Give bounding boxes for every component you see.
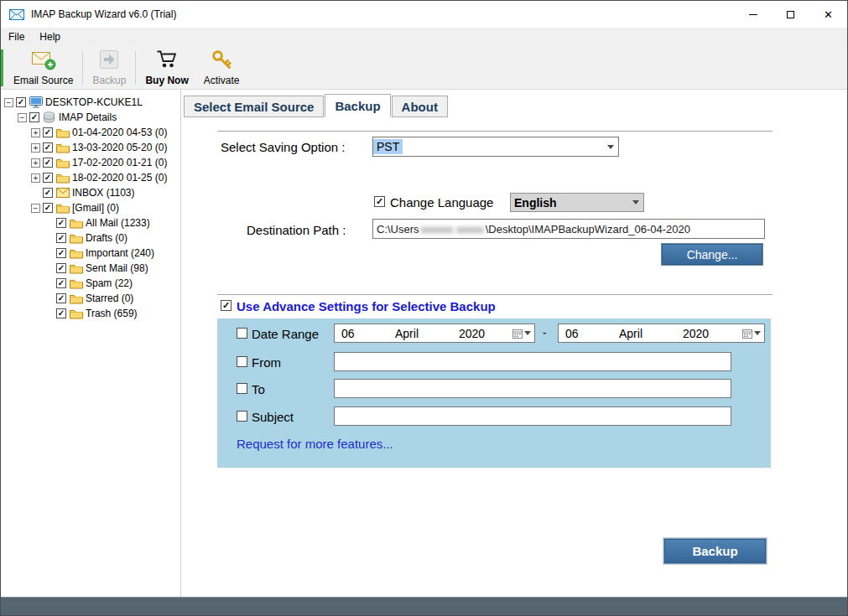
tree-item-label: All Mail (1233) — [86, 217, 150, 229]
date-from-year: 2020 — [459, 327, 485, 340]
toolbar-activate-button[interactable]: Activate — [196, 48, 247, 88]
check-icon: ✓ — [58, 294, 65, 303]
tree-item[interactable]: ✓Sent Mail (98) — [1, 261, 180, 276]
toolbar-backup-button[interactable]: Backup — [85, 48, 133, 88]
close-button[interactable]: ✕ — [809, 1, 847, 28]
check-icon: ✓ — [58, 219, 65, 227]
tree-item-checkbox[interactable]: ✓ — [43, 203, 53, 213]
check-icon: ✓ — [44, 143, 51, 152]
tree-item-label: IMAP Details — [59, 111, 117, 123]
advance-settings-panel: ✓ Date Range 06 April 2020 - 06 April 20… — [217, 318, 771, 468]
tree-item[interactable]: ✓Spam (22) — [1, 276, 180, 291]
toolbar-buy-now-label: Buy Now — [145, 75, 188, 86]
tree-item[interactable]: +✓01-04-2020 04-53 (0) — [1, 125, 180, 140]
check-icon: ✓ — [58, 309, 65, 318]
tree-item-checkbox[interactable]: ✓ — [43, 173, 53, 183]
tree-item-checkbox[interactable]: ✓ — [56, 308, 66, 318]
calendar-dropdown-icon[interactable] — [511, 326, 533, 340]
folder-icon — [69, 278, 83, 289]
toolbar: Email Source Backup Buy Now Activate — [1, 46, 847, 90]
backup-arrow-icon — [98, 49, 120, 73]
from-checkbox[interactable]: ✓ — [237, 356, 247, 367]
from-input[interactable] — [334, 352, 731, 371]
tree-item-label: INBOX (1103) — [72, 187, 134, 199]
key-icon — [211, 49, 232, 73]
tree-item[interactable]: ✓Starred (0) — [1, 291, 180, 306]
date-to-picker[interactable]: 06 April 2020 — [558, 324, 765, 343]
subject-checkbox[interactable]: ✓ — [237, 411, 247, 422]
tab-about[interactable]: About — [392, 96, 448, 117]
tree-item-checkbox[interactable]: ✓ — [43, 142, 53, 153]
tree-item-checkbox[interactable]: ✓ — [16, 97, 26, 107]
date-range-checkbox[interactable]: ✓ — [237, 328, 247, 339]
separator-line — [217, 294, 773, 295]
menu-help[interactable]: Help — [32, 28, 68, 45]
toolbar-email-source-button[interactable]: Email Source — [6, 48, 81, 88]
window-title: IMAP Backup Wizard v6.0 (Trial) — [31, 8, 176, 20]
saving-option-select[interactable]: PST — [372, 137, 619, 157]
tree-item-label: 13-03-2020 05-20 (0) — [72, 142, 167, 153]
tab-backup[interactable]: Backup — [325, 94, 390, 117]
tree-item[interactable]: −✓IMAP Details — [1, 110, 180, 125]
tree-item-checkbox[interactable]: ✓ — [56, 248, 66, 258]
tree-item-checkbox[interactable]: ✓ — [43, 158, 53, 168]
tree-item[interactable]: −✓[Gmail] (0) — [1, 200, 180, 215]
calendar-dropdown-icon[interactable] — [741, 326, 762, 340]
tree-item-checkbox[interactable]: ✓ — [56, 263, 66, 273]
mail-icon — [55, 188, 70, 198]
tree-expander-icon[interactable]: + — [31, 158, 40, 168]
menu-file[interactable]: File — [1, 28, 32, 45]
to-checkbox[interactable]: ✓ — [237, 383, 247, 394]
tree-item[interactable]: ✓Important (240) — [1, 246, 180, 261]
tree-item[interactable]: +✓13-03-2020 05-20 (0) — [1, 140, 180, 155]
tree-item[interactable]: ✓INBOX (1103) — [1, 185, 180, 200]
backup-button[interactable]: Backup — [663, 538, 767, 564]
subject-label: Subject — [252, 410, 294, 424]
minimize-button[interactable] — [734, 1, 772, 28]
tree-item-checkbox[interactable]: ✓ — [56, 218, 66, 228]
tree-expander-icon[interactable]: − — [31, 204, 40, 213]
language-select[interactable]: English — [510, 193, 644, 212]
tree-item[interactable]: ✓Drafts (0) — [1, 230, 180, 246]
app-window: IMAP Backup Wizard v6.0 (Trial) ✕ File H… — [0, 0, 848, 616]
advance-settings-checkbox[interactable]: ✓ — [221, 300, 232, 311]
chevron-down-icon[interactable] — [603, 137, 618, 156]
folder-tree: −✓DESKTOP-KCUKE1L−✓IMAP Details+✓01-04-2… — [1, 90, 181, 597]
chevron-down-icon[interactable] — [628, 194, 643, 211]
tree-item-checkbox[interactable]: ✓ — [56, 293, 66, 303]
to-input[interactable] — [334, 379, 731, 398]
tree-item-checkbox[interactable]: ✓ — [56, 278, 66, 288]
tree-item[interactable]: ✓All Mail (1233) — [1, 215, 180, 230]
request-features-link[interactable]: Request for more features... — [237, 437, 393, 451]
tree-expander-icon[interactable]: + — [31, 173, 40, 183]
tree-expander-icon[interactable]: − — [4, 98, 13, 107]
app-envelope-icon — [9, 9, 24, 20]
tree-item[interactable]: ✓Trash (659) — [1, 306, 180, 321]
tree-item-checkbox[interactable]: ✓ — [56, 233, 66, 243]
tab-select-email-source[interactable]: Select Email Source — [184, 96, 324, 117]
tree-item[interactable]: +✓17-02-2020 01-21 (0) — [1, 155, 180, 170]
change-path-button[interactable]: Change... — [661, 243, 763, 266]
toolbar-buy-now-button[interactable]: Buy Now — [138, 48, 195, 88]
tree-item-checkbox[interactable]: ✓ — [29, 112, 39, 122]
folder-icon — [69, 308, 83, 319]
tree-item-checkbox[interactable]: ✓ — [43, 127, 53, 137]
language-value: English — [511, 196, 557, 210]
destination-path-input[interactable]: C:\Users xxxxxx xxxxx \Desktop\IMAPBacku… — [372, 219, 765, 239]
tree-expander-icon[interactable]: + — [31, 128, 40, 137]
tree-expander-icon[interactable]: + — [31, 143, 40, 153]
subject-input[interactable] — [334, 406, 731, 426]
change-language-checkbox[interactable]: ✓ — [374, 196, 385, 207]
maximize-button[interactable] — [772, 1, 809, 28]
tree-expander-icon[interactable]: − — [18, 113, 27, 122]
tree-item-checkbox[interactable]: ✓ — [43, 188, 53, 198]
folder-icon — [55, 203, 70, 214]
path-redacted-segment: xxxxxx xxxxx — [421, 223, 484, 236]
tree-item[interactable]: −✓DESKTOP-KCUKE1L — [1, 95, 180, 110]
date-from-picker[interactable]: 06 April 2020 — [334, 324, 535, 343]
tree-item[interactable]: +✓18-02-2020 01-25 (0) — [1, 170, 180, 185]
check-icon: ✓ — [58, 264, 65, 272]
separator-line — [217, 131, 773, 132]
check-icon: ✓ — [18, 98, 24, 106]
check-icon: ✓ — [31, 113, 38, 122]
